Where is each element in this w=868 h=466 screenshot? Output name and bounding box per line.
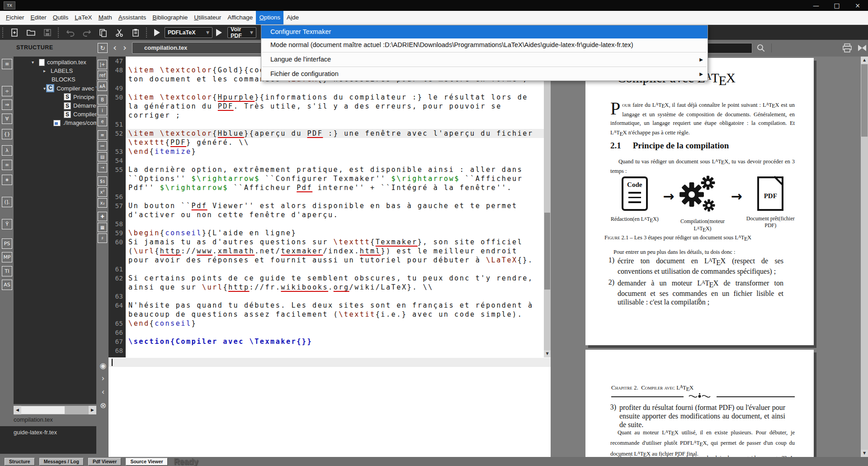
code-row[interactable] (126, 219, 544, 228)
paste-icon[interactable] (130, 27, 142, 38)
code-row[interactable] (126, 156, 544, 165)
code-row[interactable]: La dernière option, extrêmement pratique… (126, 165, 544, 174)
code-row[interactable]: N'hésite pas quand tu débutes. Les deux … (126, 301, 544, 310)
new-file-icon[interactable] (9, 27, 21, 38)
undo-icon[interactable] (65, 27, 76, 38)
back-icon[interactable]: ‹ (113, 42, 117, 53)
minimize-button[interactable]: — (806, 0, 826, 11)
edit-tool-icon-8[interactable]: ▤ (98, 152, 107, 162)
code-row[interactable]: Un bouton ``Pdf Viewer'' est alors dispo… (126, 201, 544, 210)
refresh-structure-icon[interactable]: ↻ (98, 43, 108, 53)
code-row[interactable] (126, 84, 544, 93)
scroll-up-icon[interactable]: ▲ (861, 57, 868, 64)
scrollbar-thumb[interactable] (21, 406, 65, 414)
misc-symbols-tab[interactable]: ∀ (2, 114, 12, 124)
caret-down-icon[interactable]: ▾ (32, 60, 39, 65)
edit-tool-icon-12[interactable]: x₂ (98, 198, 107, 208)
close-button[interactable]: × (847, 0, 868, 11)
code-row[interactable]: la génération du PDF. Très utile, s'il y… (126, 102, 544, 111)
accents-tab[interactable]: Ŷ (2, 219, 12, 229)
statusbar-button-messages-log[interactable]: Messages / Log (39, 458, 84, 466)
scrollbar-thumb[interactable] (544, 213, 550, 290)
scroll-left-icon[interactable]: ◀ (14, 406, 21, 414)
menu-editer[interactable]: Editer (28, 11, 50, 24)
edit-tool-icon-4[interactable]: i (98, 106, 107, 115)
delimiters-tab[interactable]: {} (2, 129, 12, 139)
menu-item-mode-normal-documen[interactable]: Mode normal (document maître actuel :D:\… (261, 38, 708, 52)
scrollbar-thumb[interactable] (861, 64, 868, 137)
open-document-combo[interactable]: compilation.tex ▼ (132, 42, 270, 54)
edit-tool-icon-15[interactable]: ♯ (98, 233, 107, 243)
code-row[interactable]: (\url{http://www.xmlmath.net/texmaker/in… (126, 247, 544, 256)
compiler-combo[interactable]: PDFLaTeX ▼ (165, 27, 212, 38)
print-icon[interactable] (842, 43, 853, 55)
tree-item-images-compilati[interactable]: ./Images/compilati (14, 119, 96, 127)
tree-item-compiler-avec-la[interactable]: ▾CCompiler avec \La (14, 84, 96, 93)
edit-tool-icon-11[interactable]: x² (98, 187, 107, 197)
open-folder-icon[interactable] (25, 27, 37, 38)
code-row[interactable]: Pdf'' $\rightarrow$ ``Afficheur Pdf inte… (126, 183, 544, 192)
previous-icon[interactable]: ‹ (99, 387, 108, 396)
code-row[interactable]: ``Options'' $\rightarrow$ ``Configurer T… (126, 174, 544, 183)
menu-latex[interactable]: LaTeX (71, 11, 95, 24)
code-row[interactable]: \texttt{PDF} généré. \\ (126, 138, 544, 147)
edit-tool-icon-14[interactable]: ▦ (98, 223, 107, 232)
edit-tool-icon-2[interactable]: ᴀA (98, 81, 107, 91)
toggle-view-icon[interactable]: ◉ (99, 361, 108, 370)
asymptote-tab[interactable]: AS (2, 280, 12, 290)
edit-tool-icon-13[interactable]: ✚ (98, 212, 107, 221)
tree-item-blocks[interactable]: BLOCKS (14, 75, 96, 84)
stop-icon[interactable]: ⊗ (99, 401, 108, 410)
editor-vscrollbar[interactable]: ▲ ▼ (544, 57, 551, 357)
code-row[interactable]: Si jamais tu as d'autres questions sur \… (126, 238, 544, 247)
edit-tool-icon-10[interactable]: $s (98, 176, 107, 186)
arrow-symbols-tab[interactable]: ⇒ (2, 100, 12, 110)
scroll-down-icon[interactable]: ▼ (861, 450, 868, 457)
forward-icon[interactable]: › (123, 42, 127, 53)
code-row[interactable] (126, 346, 544, 355)
redo-icon[interactable] (81, 27, 93, 38)
tikz-tab[interactable]: TI (2, 266, 12, 276)
menu-affichage[interactable]: Affichage (224, 11, 256, 24)
tree-item-principe-de-la-c[interactable]: SPrincipe de la c (14, 93, 96, 101)
code-row[interactable]: ainsi que sur \url{http://fr.wikibooks.o… (126, 283, 544, 292)
source-editor[interactable]: 4748495051525354555657585960616263646566… (108, 57, 544, 357)
search-icon[interactable] (756, 43, 765, 54)
menu-aide[interactable]: Aide (283, 11, 302, 24)
code-row[interactable] (126, 120, 544, 129)
edit-tool-icon-9[interactable]: → (98, 163, 107, 172)
code-row[interactable]: \begin{conseil}{L'aide en ligne} (126, 228, 544, 238)
menu-item-fichier-de-configura[interactable]: Fichier de configuration▶ (261, 67, 708, 81)
scroll-right-icon[interactable]: ▶ (89, 406, 96, 414)
statusbar-button-source-viewer[interactable]: Source Viewer (126, 458, 167, 466)
menu-item-configurer-texmaker[interactable]: Configurer Texmaker (261, 25, 708, 38)
pstricks-tab[interactable]: PS (2, 238, 12, 249)
copy-icon[interactable] (97, 27, 109, 38)
menu-options[interactable]: Options (256, 11, 283, 24)
source-viewer-panel[interactable] (108, 357, 551, 457)
code-row[interactable]: \section{Compiler avec \Texmaker{}} (126, 337, 544, 346)
code-row[interactable]: corriger ; (126, 111, 544, 120)
metapost-tab[interactable]: MP (2, 252, 12, 262)
menu-outils[interactable]: Outils (50, 11, 72, 24)
code-row[interactable]: \item \textcolor{Hblue}{aperçu du PDF :}… (126, 129, 544, 138)
cut-icon[interactable] (113, 27, 125, 38)
scroll-down-icon[interactable]: ▼ (544, 350, 551, 357)
tree-item-compilation-tex[interactable]: ▾compilation.tex (14, 58, 96, 67)
code-row[interactable]: \end{conseil} (126, 319, 544, 328)
menu-bibliographie[interactable]: Bibliographie (149, 11, 191, 24)
tree-item-d-marrer-avec[interactable]: SDémarrer avec (14, 101, 96, 110)
external-viewer-icon[interactable] (857, 43, 867, 55)
save-icon[interactable] (42, 27, 53, 38)
tree-item-compiler-avec[interactable]: SCompiler avec (14, 110, 96, 119)
menu-item-langue-de-l-interfac[interactable]: Langue de l'interface▶ (261, 53, 708, 66)
structure-hscrollbar[interactable]: ◀ ▶ (14, 406, 96, 414)
code-row[interactable] (126, 192, 544, 201)
edit-tool-icon-3[interactable]: B (98, 95, 107, 105)
caret-right-icon[interactable]: ▸ (43, 68, 51, 73)
pdf-vscrollbar[interactable]: ▲ ▼ (861, 57, 868, 457)
edit-tool-icon-5[interactable]: e (98, 117, 107, 126)
code-row[interactable] (126, 265, 544, 274)
menu-math[interactable]: Math (95, 11, 115, 24)
open-file-guide-latex-fr-tex[interactable]: guide-latex-fr.tex (0, 428, 96, 437)
